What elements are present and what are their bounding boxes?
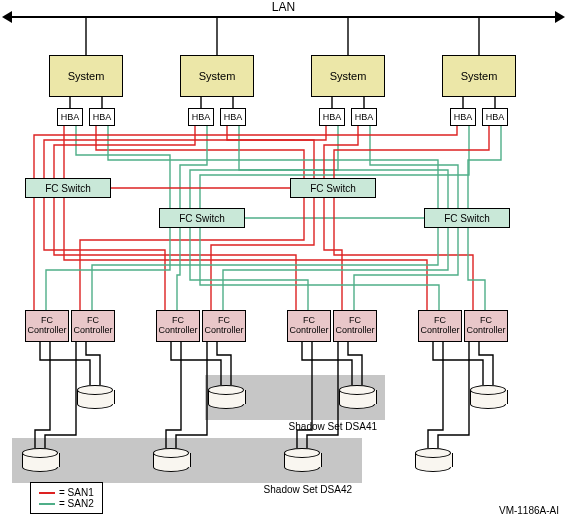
hba-1b: HBA bbox=[89, 108, 115, 126]
disk-3-upper bbox=[339, 385, 375, 409]
system-1: System bbox=[49, 55, 123, 97]
lan-bar bbox=[10, 16, 557, 18]
fc-controller-1b: FC Controller bbox=[71, 310, 115, 342]
hba-3a: HBA bbox=[319, 108, 345, 126]
disk-4-upper bbox=[470, 385, 506, 409]
hba-4b: HBA bbox=[482, 108, 508, 126]
diagram-canvas: LAN Shadow Set DSA41 Shadow Set DSA42 bbox=[0, 0, 567, 520]
system-3: System bbox=[311, 55, 385, 97]
disk-2-upper bbox=[208, 385, 244, 409]
fc-switch-lower-2: FC Switch bbox=[424, 208, 510, 228]
hba-4a: HBA bbox=[450, 108, 476, 126]
fc-switch-upper-1: FC Switch bbox=[25, 178, 111, 198]
disk-2-lower bbox=[153, 448, 189, 472]
lan-arrow-right bbox=[555, 11, 565, 23]
lan-label: LAN bbox=[0, 0, 567, 14]
fc-controller-2b: FC Controller bbox=[202, 310, 246, 342]
disk-1-upper bbox=[77, 385, 113, 409]
legend-label-san1: = SAN1 bbox=[59, 487, 94, 498]
fc-switch-lower-1: FC Switch bbox=[159, 208, 245, 228]
legend-swatch-san1 bbox=[39, 492, 55, 494]
fc-switch-upper-2: FC Switch bbox=[290, 178, 376, 198]
lan-arrow-left bbox=[2, 11, 12, 23]
legend-label-san2: = SAN2 bbox=[59, 498, 94, 509]
image-id: VM-1186A-AI bbox=[499, 505, 559, 516]
fc-controller-4b: FC Controller bbox=[464, 310, 508, 342]
fc-controller-1a: FC Controller bbox=[25, 310, 69, 342]
legend: = SAN1 = SAN2 bbox=[30, 482, 103, 514]
fc-controller-3b: FC Controller bbox=[333, 310, 377, 342]
hba-3b: HBA bbox=[351, 108, 377, 126]
disk-1-lower bbox=[22, 448, 58, 472]
hba-2a: HBA bbox=[188, 108, 214, 126]
fc-controller-2a: FC Controller bbox=[156, 310, 200, 342]
disk-3-lower bbox=[284, 448, 320, 472]
system-2: System bbox=[180, 55, 254, 97]
hba-1a: HBA bbox=[57, 108, 83, 126]
legend-swatch-san2 bbox=[39, 503, 55, 505]
hba-2b: HBA bbox=[220, 108, 246, 126]
system-4: System bbox=[442, 55, 516, 97]
fc-controller-3a: FC Controller bbox=[287, 310, 331, 342]
fc-controller-4a: FC Controller bbox=[418, 310, 462, 342]
shadow-set-dsa41-label: Shadow Set DSA41 bbox=[205, 421, 377, 432]
disk-4-lower bbox=[415, 448, 451, 472]
